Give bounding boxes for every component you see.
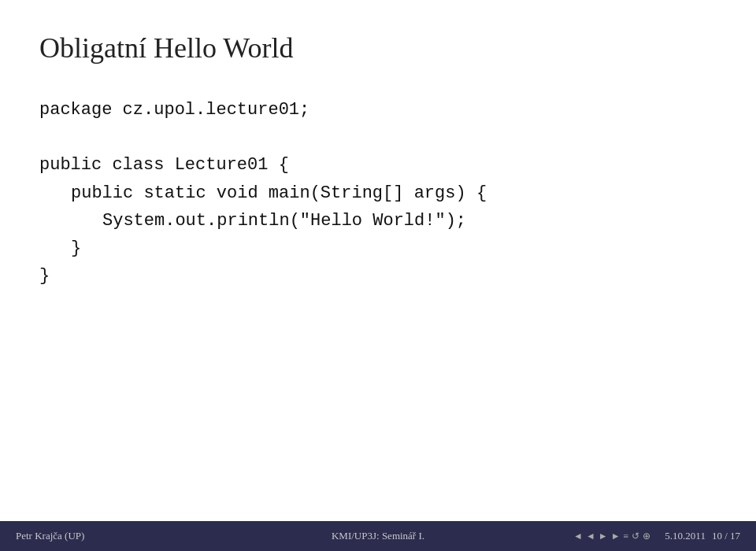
slide-title: Obligatní Hello World <box>39 31 717 65</box>
footer-page: 10 / 17 <box>712 530 740 542</box>
code-line-2 <box>39 124 717 151</box>
nav-left-icon[interactable]: ◄ <box>586 531 595 542</box>
nav-search-icon[interactable]: ⊕ <box>643 531 650 542</box>
code-line-6: } <box>39 235 717 262</box>
footer-date: 5.10.2011 <box>665 530 706 542</box>
code-line-7: } <box>39 262 717 290</box>
code-line-4: public static void main(String[] args) { <box>39 179 717 207</box>
nav-last-icon[interactable]: ► <box>611 531 621 542</box>
footer-course-text: KMI/UP3J: Seminář I. <box>332 530 424 542</box>
code-line-1: package cz.upol.lecture01; <box>39 96 717 124</box>
footer-bar: Petr Krajča (UP) KMI/UP3J: Seminář I. ◄ … <box>0 521 756 551</box>
code-block: package cz.upol.lecture01; public class … <box>39 96 717 290</box>
code-line-5: System.out.println("Hello World!"); <box>39 207 717 235</box>
footer-author-text: Petr Krajča (UP) <box>16 530 84 542</box>
footer-right-section: ◄ ◄ ► ► ≡ ↺ ⊕ 5.10.2011 10 / 17 <box>498 530 740 542</box>
nav-menu-icon[interactable]: ≡ <box>624 531 629 542</box>
footer-nav-icons: ◄ ◄ ► ► ≡ ↺ ⊕ <box>573 531 650 542</box>
nav-refresh-icon[interactable]: ↺ <box>632 531 639 542</box>
nav-right-icon[interactable]: ► <box>598 531 608 542</box>
footer-author: Petr Krajča (UP) <box>16 530 258 542</box>
footer-course: KMI/UP3J: Seminář I. <box>258 530 499 542</box>
nav-first-icon[interactable]: ◄ <box>573 531 583 542</box>
code-line-3: public class Lecture01 { <box>39 151 717 179</box>
slide-content: Obligatní Hello World package cz.upol.le… <box>0 0 756 521</box>
